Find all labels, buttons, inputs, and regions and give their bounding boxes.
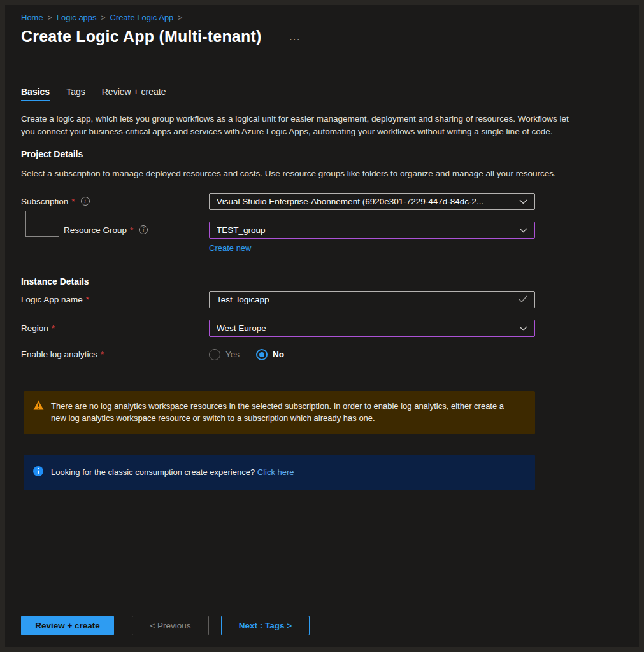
next-tags-button[interactable]: Next : Tags > <box>221 616 310 635</box>
radio-yes-circle-icon <box>209 349 220 360</box>
breadcrumb-separator: > <box>101 13 106 22</box>
resource-group-row: Resource Group * i TEST_group <box>21 222 613 239</box>
more-options-icon[interactable]: ... <box>289 32 301 42</box>
warning-banner: There are no log analytics workspace res… <box>24 391 535 434</box>
info-circle-icon <box>33 465 44 479</box>
breadcrumb-link-logic-apps[interactable]: Logic apps <box>57 13 97 22</box>
resource-group-label: Resource Group <box>64 225 127 235</box>
region-label: Region <box>21 323 48 333</box>
project-details-form: Subscription * i Visual Studio Enterpris… <box>21 193 613 253</box>
required-asterisk: * <box>71 197 75 206</box>
breadcrumb-separator: > <box>178 13 182 22</box>
warning-banner-text: There are no log analytics workspace res… <box>51 400 511 425</box>
radio-yes-label: Yes <box>225 350 240 359</box>
logic-app-name-field-wrapper <box>209 291 535 308</box>
breadcrumb-separator: > <box>48 13 52 22</box>
required-asterisk: * <box>101 350 104 359</box>
radio-no[interactable]: No <box>256 349 284 360</box>
breadcrumb-link-home[interactable]: Home <box>21 13 43 22</box>
radio-yes[interactable]: Yes <box>209 349 240 360</box>
required-asterisk: * <box>52 323 55 333</box>
breadcrumb-link-create-logic-app[interactable]: Create Logic App <box>110 13 174 22</box>
subscription-dropdown[interactable]: Visual Studio Enterprise-Abonnement (692… <box>209 193 535 210</box>
instance-details-heading: Instance Details <box>21 276 613 287</box>
intro-text: Create a logic app, which lets you group… <box>21 113 576 138</box>
resource-group-dropdown[interactable]: TEST_group <box>209 222 535 239</box>
review-create-button[interactable]: Review + create <box>21 616 114 635</box>
footer-bar: Review + create < Previous Next : Tags > <box>5 602 639 647</box>
subscription-row: Subscription * i Visual Studio Enterpris… <box>21 193 613 210</box>
tab-review-create[interactable]: Review + create <box>102 87 166 101</box>
chevron-down-icon <box>519 197 527 206</box>
page-title: Create Logic App (Multi-tenant) <box>21 27 261 46</box>
radio-no-label: No <box>273 350 284 359</box>
logic-app-name-row: Logic App name * <box>21 291 613 308</box>
project-details-description: Select a subscription to manage deployed… <box>21 167 576 180</box>
region-row: Region * West Europe <box>21 320 613 337</box>
required-asterisk: * <box>130 225 133 235</box>
previous-button[interactable]: < Previous <box>132 616 209 635</box>
create-logic-app-page: Home>Logic apps>Create Logic App> Create… <box>5 5 639 647</box>
chevron-down-icon <box>519 225 527 235</box>
create-new-link[interactable]: Create new <box>209 243 251 253</box>
tab-bar: Basics Tags Review + create <box>21 87 613 101</box>
radio-no-circle-icon <box>256 349 268 360</box>
subscription-label: Subscription <box>21 197 68 206</box>
subscription-value: Visual Studio Enterprise-Abonnement (692… <box>217 197 519 206</box>
project-details-heading: Project Details <box>21 149 613 159</box>
enable-log-analytics-label: Enable log analytics <box>21 350 97 359</box>
required-asterisk: * <box>86 295 89 304</box>
warning-triangle-icon <box>33 400 44 425</box>
enable-log-analytics-radio-group: Yes No <box>209 349 284 360</box>
resource-group-info-icon[interactable]: i <box>139 225 148 234</box>
region-value: West Europe <box>217 323 519 333</box>
info-banner: Looking for the classic consumption crea… <box>24 455 535 490</box>
tab-basics[interactable]: Basics <box>21 87 50 101</box>
subscription-resource-group-connector <box>25 211 59 237</box>
enable-log-analytics-row: Enable log analytics * Yes No <box>21 348 613 362</box>
check-mark-icon <box>519 295 527 304</box>
info-banner-text: Looking for the classic consumption crea… <box>51 467 255 477</box>
logic-app-name-input[interactable] <box>217 295 519 304</box>
chevron-down-icon <box>519 323 527 333</box>
resource-group-value: TEST_group <box>217 225 519 235</box>
subscription-info-icon[interactable]: i <box>81 197 90 206</box>
tab-tags[interactable]: Tags <box>66 87 85 101</box>
breadcrumb: Home>Logic apps>Create Logic App> <box>21 13 613 22</box>
click-here-link[interactable]: Click here <box>257 467 294 477</box>
region-dropdown[interactable]: West Europe <box>209 320 535 337</box>
logic-app-name-label: Logic App name <box>21 295 83 304</box>
